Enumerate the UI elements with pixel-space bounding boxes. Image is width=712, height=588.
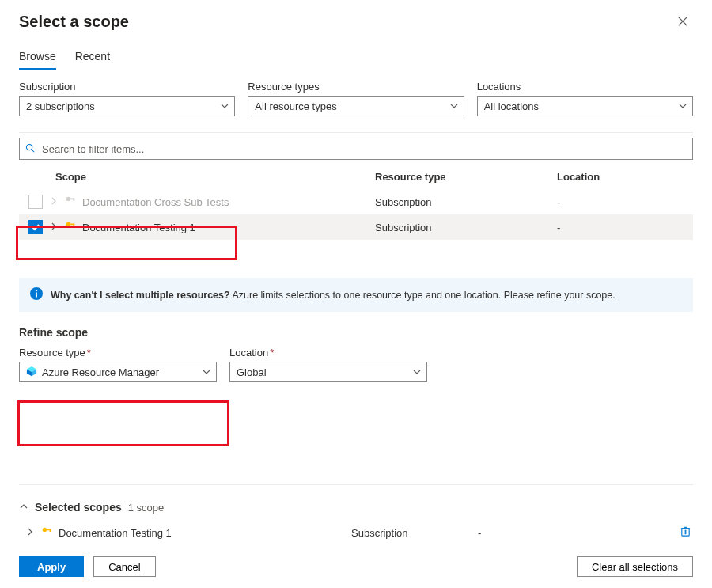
delete-selected-button[interactable] <box>680 525 693 540</box>
chevron-right-icon[interactable] <box>49 196 59 208</box>
chevron-down-icon <box>202 367 211 377</box>
resource-types-dropdown[interactable]: All resource types <box>248 96 464 116</box>
divider <box>19 132 693 133</box>
refine-resource-type-dropdown[interactable]: Azure Resource Manager <box>19 362 217 382</box>
refine-location-value: Global <box>237 366 267 378</box>
col-type-header: Resource type <box>375 171 557 183</box>
subscription-value: 2 subscriptions <box>26 101 95 112</box>
row-checkbox[interactable] <box>28 220 43 234</box>
selected-scope-location: - <box>478 527 680 539</box>
trash-icon <box>680 528 691 540</box>
table-row[interactable]: Documentation Cross Sub Tests Subscripti… <box>19 189 693 214</box>
refine-resource-type-label: Resource type* <box>19 347 217 358</box>
selected-scopes-count: 1 scope <box>128 502 165 514</box>
close-icon <box>677 16 688 29</box>
clear-selections-button[interactable]: Clear all selections <box>577 556 693 577</box>
chevron-down-icon <box>678 101 687 111</box>
svg-rect-7 <box>74 223 75 226</box>
chevron-down-icon <box>220 101 229 111</box>
refine-resource-type-value: Azure Resource Manager <box>42 366 159 378</box>
tab-bar: Browse Recent <box>19 45 693 70</box>
resource-types-label: Resource types <box>248 81 464 93</box>
cube-icon <box>26 366 37 379</box>
locations-value: All locations <box>484 101 539 112</box>
scope-location: - <box>557 222 693 233</box>
chevron-down-icon <box>412 367 422 377</box>
info-text: Azure limits selections to one resource … <box>232 290 615 301</box>
divider <box>19 484 693 485</box>
annotation-highlight <box>17 400 229 446</box>
selected-scopes-label: Selected scopes <box>35 501 122 514</box>
search-input[interactable] <box>40 142 687 156</box>
info-icon <box>30 287 43 302</box>
subscription-dropdown[interactable]: 2 subscriptions <box>19 96 235 116</box>
chevron-right-icon[interactable] <box>25 527 35 539</box>
scope-type: Subscription <box>375 196 557 208</box>
info-banner: Why can't I select multiple resources? A… <box>19 278 693 312</box>
key-icon <box>65 221 76 234</box>
svg-rect-16 <box>50 529 51 532</box>
selected-scope-row: Documentation Testing 1 Subscription - <box>19 520 693 545</box>
selected-scope-name: Documentation Testing 1 <box>59 527 172 539</box>
chevron-up-icon <box>19 502 28 514</box>
close-button[interactable] <box>672 13 693 32</box>
tab-recent[interactable]: Recent <box>75 45 110 69</box>
refine-location-dropdown[interactable]: Global <box>229 362 427 382</box>
info-lead: Why can't I select multiple resources? <box>51 290 230 301</box>
search-icon <box>25 142 36 156</box>
scope-location: - <box>557 196 693 208</box>
resource-types-value: All resource types <box>255 101 336 112</box>
key-icon <box>41 526 52 540</box>
svg-point-0 <box>26 144 32 150</box>
subscription-label: Subscription <box>19 81 235 93</box>
svg-rect-9 <box>36 293 37 298</box>
key-icon <box>65 195 76 209</box>
svg-point-10 <box>36 290 37 291</box>
col-location-header: Location <box>557 171 693 183</box>
tab-browse[interactable]: Browse <box>19 45 56 69</box>
scope-name: Documentation Testing 1 <box>82 222 195 233</box>
panel-title: Select a scope <box>19 13 129 31</box>
table-header: Scope Resource type Location <box>19 166 693 189</box>
scope-name: Documentation Cross Sub Tests <box>82 196 229 208</box>
scope-type: Subscription <box>375 222 557 233</box>
apply-button[interactable]: Apply <box>19 556 84 577</box>
table-row[interactable]: Documentation Testing 1 Subscription - <box>19 214 693 240</box>
cancel-button[interactable]: Cancel <box>93 556 155 577</box>
col-scope-header: Scope <box>19 171 375 183</box>
chevron-right-icon[interactable] <box>49 222 59 233</box>
search-box[interactable] <box>19 138 693 160</box>
svg-rect-4 <box>74 198 75 201</box>
selected-scope-type: Subscription <box>351 527 478 539</box>
row-checkbox[interactable] <box>28 195 43 209</box>
locations-dropdown[interactable]: All locations <box>477 96 693 116</box>
selected-scopes-header[interactable]: Selected scopes 1 scope <box>19 495 693 520</box>
locations-label: Locations <box>477 81 693 93</box>
chevron-down-icon <box>449 101 459 111</box>
svg-line-1 <box>32 149 34 151</box>
refine-scope-title: Refine scope <box>19 326 693 339</box>
refine-location-label: Location* <box>229 347 427 358</box>
